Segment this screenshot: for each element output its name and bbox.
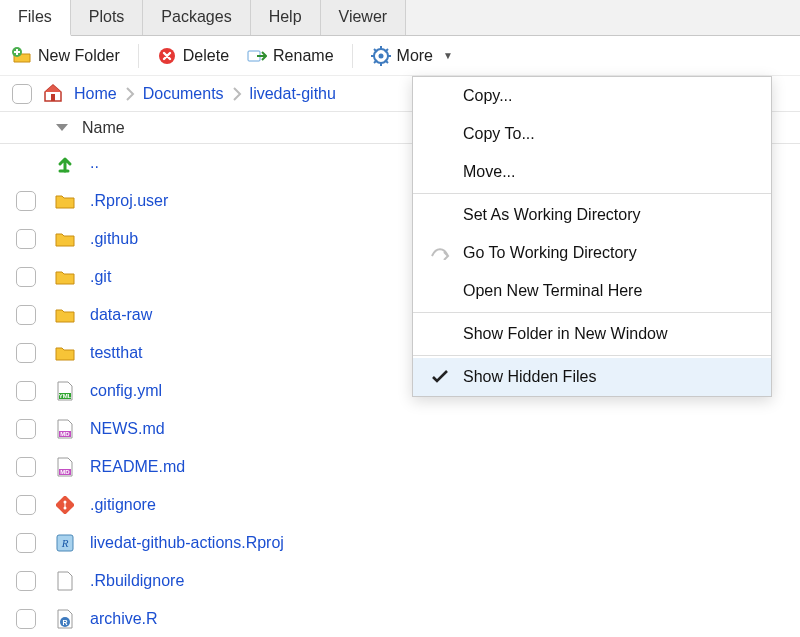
row-checkbox[interactable] (16, 419, 36, 439)
tab-packages[interactable]: Packages (143, 0, 250, 35)
row-checkbox[interactable] (16, 267, 36, 287)
breadcrumb-current[interactable]: livedat-githu (250, 85, 336, 103)
more-label: More (397, 47, 433, 65)
more-button[interactable]: More ▼ (371, 46, 453, 66)
goto-arrow-icon (429, 242, 451, 264)
toolbar-divider (352, 44, 353, 68)
menu-item-label: Go To Working Directory (463, 244, 637, 262)
file-row[interactable]: R livedat-github-actions.Rproj (0, 524, 800, 562)
svg-point-4 (378, 53, 383, 58)
toolbar-divider (138, 44, 139, 68)
svg-text:R: R (62, 619, 67, 626)
tab-viewer[interactable]: Viewer (321, 0, 407, 35)
menu-copy[interactable]: Copy... (413, 77, 771, 115)
git-file-icon (54, 494, 76, 516)
tab-plots[interactable]: Plots (71, 0, 144, 35)
menu-item-label: Copy To... (463, 125, 535, 143)
more-menu: Copy... Copy To... Move... Set As Workin… (412, 76, 772, 397)
row-checkbox[interactable] (16, 495, 36, 515)
rename-label: Rename (273, 47, 333, 65)
row-checkbox[interactable] (16, 609, 36, 629)
row-checkbox[interactable] (16, 381, 36, 401)
tab-help[interactable]: Help (251, 0, 321, 35)
file-name[interactable]: .git (90, 268, 111, 286)
chevron-right-icon (125, 87, 135, 101)
home-icon[interactable] (42, 81, 64, 107)
new-folder-label: New Folder (38, 47, 120, 65)
svg-text:MD: MD (60, 431, 70, 437)
row-checkbox[interactable] (16, 533, 36, 553)
file-name[interactable]: .Rproj.user (90, 192, 168, 210)
delete-button[interactable]: Delete (157, 46, 229, 66)
folder-icon (54, 342, 76, 364)
menu-move[interactable]: Move... (413, 153, 771, 191)
menu-separator (413, 312, 771, 313)
folder-icon (54, 228, 76, 250)
rproj-file-icon: R (54, 532, 76, 554)
menu-copy-to[interactable]: Copy To... (413, 115, 771, 153)
svg-text:MD: MD (60, 469, 70, 475)
rename-button[interactable]: Rename (247, 46, 333, 66)
file-row[interactable]: .Rbuildignore (0, 562, 800, 600)
menu-item-label: Copy... (463, 87, 513, 105)
md-file-icon: MD (54, 456, 76, 478)
dropdown-caret-icon: ▼ (443, 50, 453, 61)
row-checkbox[interactable] (16, 305, 36, 325)
breadcrumb-documents[interactable]: Documents (143, 85, 224, 103)
row-checkbox[interactable] (16, 191, 36, 211)
file-name[interactable]: .Rbuildignore (90, 572, 184, 590)
row-checkbox[interactable] (16, 457, 36, 477)
sort-indicator-icon[interactable] (46, 119, 78, 137)
file-row[interactable]: .gitignore (0, 486, 800, 524)
file-name[interactable]: livedat-github-actions.Rproj (90, 534, 284, 552)
file-name[interactable]: data-raw (90, 306, 152, 324)
r-file-icon: R (54, 608, 76, 630)
files-toolbar: New Folder Delete Rename (0, 36, 800, 76)
gear-icon (371, 46, 391, 66)
file-name[interactable]: .github (90, 230, 138, 248)
breadcrumb-home[interactable]: Home (74, 85, 117, 103)
chevron-right-icon (232, 87, 242, 101)
breadcrumb: Home Documents livedat-githu (74, 85, 336, 103)
file-row[interactable]: MD README.md (0, 448, 800, 486)
menu-item-label: Move... (463, 163, 515, 181)
menu-item-label: Show Hidden Files (463, 368, 596, 386)
rename-icon (247, 46, 267, 66)
svg-text:R: R (61, 537, 69, 549)
delete-icon (157, 46, 177, 66)
pane-tabs: Files Plots Packages Help Viewer (0, 0, 800, 36)
file-name[interactable]: archive.R (90, 610, 158, 628)
folder-icon (54, 266, 76, 288)
menu-item-label: Show Folder in New Window (463, 325, 668, 343)
up-arrow-icon (54, 152, 76, 174)
new-folder-button[interactable]: New Folder (12, 46, 120, 66)
md-file-icon: MD (54, 418, 76, 440)
row-checkbox[interactable] (16, 571, 36, 591)
file-row[interactable]: R archive.R (0, 600, 800, 637)
folder-icon (54, 304, 76, 326)
delete-label: Delete (183, 47, 229, 65)
select-all-checkbox[interactable] (12, 84, 32, 104)
menu-goto-wd[interactable]: Go To Working Directory (413, 234, 771, 272)
file-row[interactable]: MD NEWS.md (0, 410, 800, 448)
file-name[interactable]: testthat (90, 344, 142, 362)
menu-show-folder[interactable]: Show Folder in New Window (413, 315, 771, 353)
menu-set-wd[interactable]: Set As Working Directory (413, 196, 771, 234)
check-icon (429, 366, 451, 388)
doc-file-icon (54, 570, 76, 592)
svg-rect-13 (51, 94, 55, 101)
parent-directory-label: .. (90, 154, 99, 172)
menu-item-label: Set As Working Directory (463, 206, 641, 224)
row-checkbox[interactable] (16, 229, 36, 249)
yml-file-icon: YML (54, 380, 76, 402)
file-name[interactable]: .gitignore (90, 496, 156, 514)
menu-open-terminal[interactable]: Open New Terminal Here (413, 272, 771, 310)
file-name[interactable]: NEWS.md (90, 420, 165, 438)
row-checkbox[interactable] (16, 343, 36, 363)
file-name[interactable]: config.yml (90, 382, 162, 400)
file-name[interactable]: README.md (90, 458, 185, 476)
new-folder-icon (12, 46, 32, 66)
tab-files[interactable]: Files (0, 0, 71, 36)
folder-icon (54, 190, 76, 212)
menu-show-hidden-files[interactable]: Show Hidden Files (413, 358, 771, 396)
